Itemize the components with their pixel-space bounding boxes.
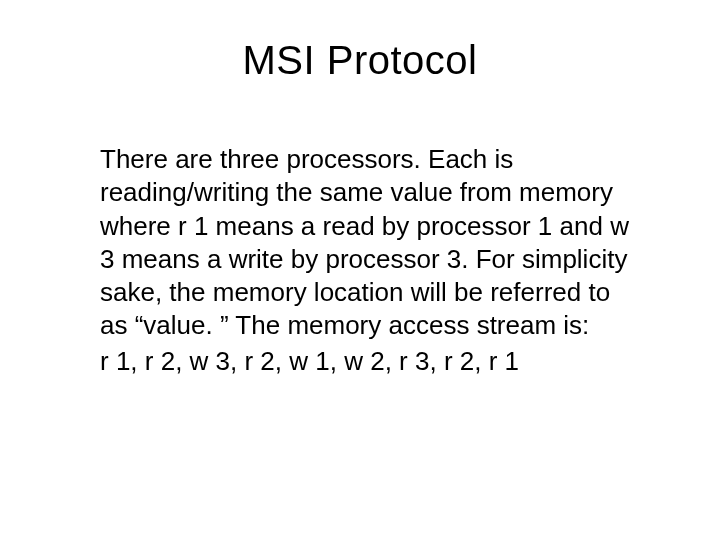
slide-title: MSI Protocol — [60, 38, 660, 83]
slide-body: There are three processors. Each is read… — [60, 143, 660, 343]
slide-container: MSI Protocol There are three processors.… — [0, 0, 720, 540]
access-stream: r 1, r 2, w 3, r 2, w 1, w 2, r 3, r 2, … — [60, 345, 660, 378]
